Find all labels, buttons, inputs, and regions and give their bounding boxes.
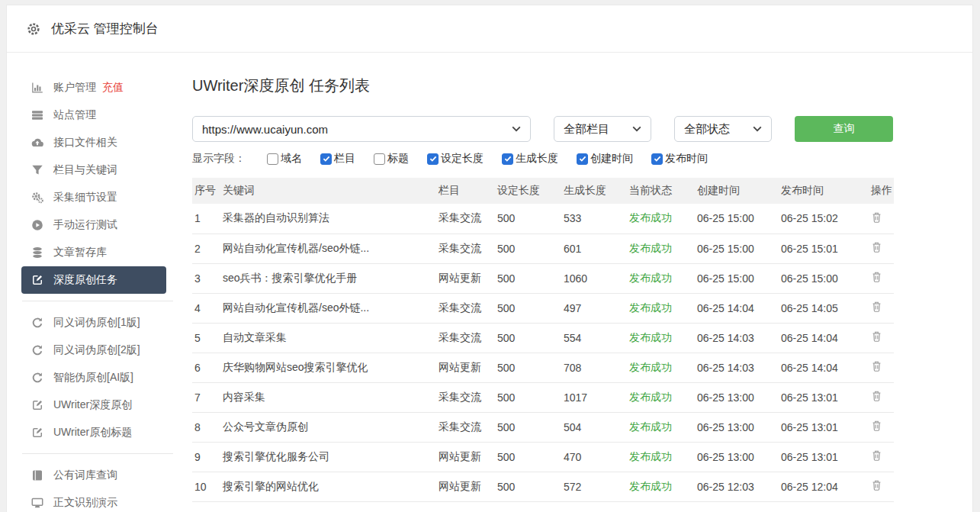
edit-icon (31, 274, 43, 286)
table-row: 6庆华购物网站seo搜索引擎优化网站更新500708发布成功06-25 14:0… (192, 353, 894, 382)
delete-button[interactable] (871, 330, 882, 343)
status: 发布成功 (627, 293, 695, 323)
sidebar-item-collection-settings[interactable]: 采集细节设置 (21, 184, 166, 211)
gen-length: 554 (561, 323, 627, 353)
category: 网站更新 (436, 472, 495, 501)
trash-icon (871, 211, 882, 224)
status: 发布成功 (627, 204, 695, 233)
trash-icon (871, 360, 882, 372)
keyword: 搜索引擎优化服务公司 (220, 442, 436, 472)
status-select[interactable]: 全部状态 (674, 116, 772, 142)
set-length: 500 (495, 382, 561, 412)
keyword: 自动文章采集 (220, 323, 436, 353)
trash-icon (871, 390, 882, 402)
keyword: 公众号文章伪原创 (220, 412, 436, 442)
status: 发布成功 (627, 412, 695, 442)
sidebar-divider (22, 453, 173, 454)
bar-chart-icon (31, 82, 43, 94)
table-row: 4网站自动化宣传机器/seo外链...采集交流500497发布成功06-25 1… (192, 293, 894, 323)
field-checkbox-设定长度[interactable]: 设定长度 (427, 152, 484, 166)
checkbox-icon[interactable] (320, 153, 332, 165)
gen-length: 572 (561, 472, 627, 501)
column-header: 设定长度 (495, 178, 561, 204)
published-time: 06-25 15:01 (779, 233, 869, 263)
sidebar-item-public-thesaurus[interactable]: 公有词库查询 (21, 462, 166, 489)
delete-button[interactable] (871, 390, 882, 402)
sidebar-item-manual-test[interactable]: 手动运行测试 (21, 211, 166, 239)
sidebar-item-synonym-v1[interactable]: 同义词伪原创[1版] (21, 309, 166, 337)
sidebar-item-columns-keywords[interactable]: 栏目与关键词 (21, 156, 166, 184)
delete-button[interactable] (871, 420, 882, 432)
refresh-icon (31, 372, 43, 384)
checkbox-icon[interactable] (651, 153, 663, 165)
category-select[interactable]: 全部栏目 (554, 116, 651, 142)
gen-length: 1017 (561, 382, 627, 412)
created-time: 06-25 15:00 (695, 263, 779, 293)
category: 网站更新 (436, 263, 495, 293)
created-time: 06-25 13:00 (695, 442, 779, 472)
check-icon (504, 156, 512, 162)
published-time: 06-25 14:05 (779, 293, 869, 323)
published-time: 06-25 14:04 (779, 353, 869, 382)
field-checkbox-域名[interactable]: 域名 (267, 152, 302, 166)
sidebar-item-article-cache[interactable]: 文章暂存库 (21, 239, 166, 266)
checkbox-icon[interactable] (374, 153, 385, 165)
delete-button[interactable] (871, 479, 882, 491)
field-checkbox-生成长度[interactable]: 生成长度 (502, 152, 558, 166)
set-length: 500 (495, 472, 561, 501)
filter-row: https://www.ucaiyun.com 全部栏目 全部状态 查询 (192, 116, 972, 142)
column-header: 关键词 (220, 178, 436, 204)
category: 采集交流 (436, 233, 495, 263)
category: 网站更新 (436, 353, 495, 382)
field-label: 标题 (387, 152, 409, 166)
row-num: 4 (192, 293, 220, 323)
delete-button[interactable] (871, 360, 882, 372)
column-header: 创建时间 (695, 178, 779, 204)
sidebar-item-deep-original-tasks[interactable]: 深度原创任务 (21, 266, 166, 294)
delete-button[interactable] (871, 241, 882, 253)
table-row: 8公众号文章伪原创采集交流500504发布成功06-25 13:0006-25 … (192, 412, 894, 442)
published-time: 06-25 15:02 (779, 204, 869, 233)
row-num: 10 (192, 472, 220, 501)
gen-length: 533 (561, 204, 627, 233)
query-button[interactable]: 查询 (795, 116, 893, 142)
checkbox-icon[interactable] (267, 153, 278, 165)
checkbox-icon[interactable] (577, 153, 588, 165)
category: 采集交流 (436, 412, 495, 442)
category: 采集交流 (436, 204, 495, 233)
status: 发布成功 (627, 263, 695, 293)
recharge-badge[interactable]: 充值 (102, 81, 124, 95)
sidebar-item-sites[interactable]: 站点管理 (21, 101, 166, 129)
sidebar-item-uwriter-title[interactable]: UWriter原创标题 (21, 419, 166, 446)
delete-button[interactable] (871, 211, 882, 224)
sidebar-divider (22, 301, 173, 301)
gen-length: 470 (561, 442, 627, 472)
delete-button[interactable] (871, 271, 882, 283)
sidebar-item-uwriter-deep[interactable]: UWriter深度原创 (21, 391, 166, 419)
field-checkbox-创建时间[interactable]: 创建时间 (577, 152, 633, 166)
published-time: 06-25 14:04 (779, 323, 869, 353)
set-length: 500 (495, 323, 561, 353)
sidebar-item-content-recognition[interactable]: 正文识别演示 (21, 489, 166, 512)
published-time: 06-25 13:01 (779, 412, 869, 442)
published-time: 06-25 12:04 (779, 472, 869, 501)
created-time: 06-25 15:00 (695, 204, 779, 233)
sidebar-item-synonym-v2[interactable]: 同义词伪原创[2版] (21, 337, 166, 364)
delete-button[interactable] (871, 301, 882, 313)
sidebar-item-ai-rewrite[interactable]: 智能伪原创[AI版] (21, 364, 166, 391)
field-checkbox-发布时间[interactable]: 发布时间 (651, 152, 708, 166)
column-header: 操作 (869, 178, 894, 204)
field-checkbox-标题[interactable]: 标题 (374, 152, 409, 166)
chevron-down-icon (753, 126, 762, 132)
sidebar-item-account[interactable]: 账户管理 充值 (21, 74, 166, 101)
checkbox-icon[interactable] (427, 153, 439, 165)
status: 发布成功 (627, 472, 695, 501)
site-select[interactable]: https://www.ucaiyun.com (192, 116, 531, 142)
column-header: 当前状态 (627, 178, 695, 204)
set-length: 500 (495, 233, 561, 263)
sidebar-item-interface-files[interactable]: 接口文件相关 (21, 129, 166, 156)
field-checkbox-栏目[interactable]: 栏目 (320, 152, 355, 166)
table-row: 3seo兵书：搜索引擎优化手册网站更新5001060发布成功06-25 15:0… (192, 263, 894, 293)
delete-button[interactable] (871, 449, 882, 462)
checkbox-icon[interactable] (502, 153, 513, 165)
